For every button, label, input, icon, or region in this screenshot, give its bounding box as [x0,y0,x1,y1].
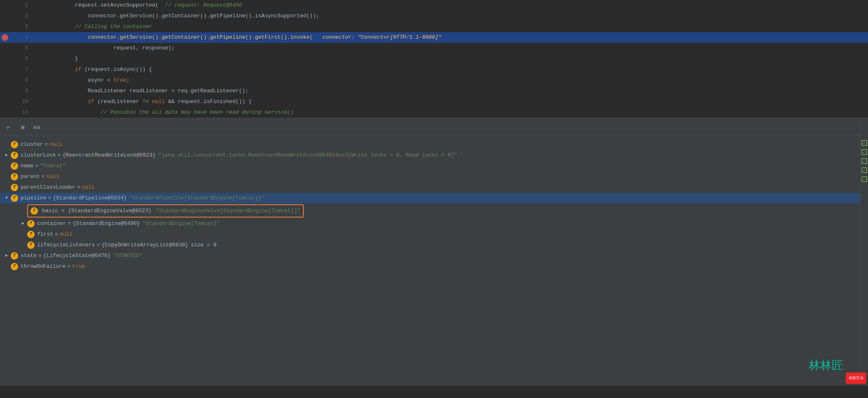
expand-clusterlock[interactable] [3,152,10,159]
var-item-name[interactable]: f name = "Tomcat" [0,161,868,171]
field-icon: f [11,152,18,159]
code-content: connector.getService().getContainer().ge… [33,11,868,21]
field-icon: f [11,141,18,148]
gutter-check-2 [861,149,867,155]
var-ref: {LifecycleState@6476} [43,251,111,261]
field-icon: f [27,220,35,227]
code-content: if (request.isAsync()) { [33,64,868,75]
toolbar-list-button[interactable]: ≡≡ [31,122,42,133]
code-content: request.setAsyncSupported( // request: R… [33,0,868,11]
bottom-icon-text: 创新互动 [849,376,863,381]
field-icon: f [11,263,18,270]
var-value: null [47,171,59,182]
expand-state[interactable] [3,253,10,259]
var-item-first[interactable]: f first = null [0,229,868,240]
code-lines: 1 request.setAsyncSupported( // request:… [0,0,868,118]
code-line: 5 request, response); [0,43,868,54]
watermark: 林林匠 [809,358,843,373]
expand-container[interactable] [20,220,26,227]
var-name: parentClassLoader [21,182,75,193]
var-value: "StandardPipeline[StandardEngine[Tomcat]… [129,193,265,204]
var-ref: {StandardPipeline@6824} [53,193,127,204]
code-line: 7 if (request.isAsync()) { [0,64,868,75]
var-value: "java.util.concurrent.locks.ReentrantRea… [158,150,457,161]
expand-pipeline[interactable] [3,195,10,201]
var-ref: {CopyOnWriteArrayList@6838} [101,240,188,251]
var-name: parent [21,171,40,182]
debug-toolbar: ⌐ ⊞ ≡≡ [0,119,868,136]
var-item-throwonfailure[interactable]: f throwOnFailure = true [0,261,868,272]
code-line: 11 // Possible the all data may have bee… [0,107,868,118]
code-line: 9 ReadListener readListener = req.getRea… [0,86,868,96]
code-line: 8 async = true; [0,75,868,86]
line-number: 6 [0,54,33,64]
field-icon: f [11,173,18,180]
var-value: "StandardEngineValve[StandardEngine[Tomc… [156,206,300,216]
code-content: // Possible the all data may have been r… [33,107,868,118]
var-item-container[interactable]: f container = {StandardEngine@6490} "Sta… [0,218,868,229]
field-icon: f [11,184,18,191]
field-icon: f [30,207,38,215]
var-item-parent[interactable]: f parent = null [0,171,868,182]
var-value: null [82,182,94,193]
var-name: state [21,251,37,261]
var-name: basic [42,206,58,216]
var-name: pipeline [21,193,46,204]
var-value: "StandardEngine[Tomcat]" [143,218,220,229]
var-ref: {StandardEngineValve@6523} [68,206,152,216]
var-name: cluster [21,139,43,150]
breakpoint-dot [2,34,8,41]
var-name: first [37,229,53,240]
line-number: 9 [0,86,33,96]
variables-list: f cluster = null f clusterLock = {Reentr… [0,136,868,386]
var-item-pipeline[interactable]: f pipeline = {StandardPipeline@6824} "St… [0,193,868,204]
debug-section: ⌐ ⊞ ≡≡ f cluster = null f clusterLock = … [0,119,868,386]
var-item-cluster[interactable]: f cluster = null [0,139,868,150]
line-number: 4 [0,32,33,43]
var-value: null [49,139,62,150]
line-number: 3 [0,21,33,32]
var-value: "STARTED" [113,251,142,261]
var-item-lifecyclelisteners[interactable]: f lifecycleListeners = {CopyOnWriteArray… [0,240,868,251]
code-line: 3 // Calling the container [0,21,868,32]
line-number: 11 [0,107,33,118]
code-line: 6 } [0,54,868,64]
code-content: async = true; [33,75,868,86]
code-content: } [33,54,868,64]
field-icon: f [11,162,18,170]
var-name: container [37,218,66,229]
field-icon: f [27,241,35,249]
line-number: 7 [0,64,33,75]
code-line: 1 request.setAsyncSupported( // request:… [0,0,868,11]
var-value: size = 0 [191,240,216,251]
gutter-check-5 [861,176,867,182]
var-value: "Tomcat" [40,161,66,171]
var-item-clusterlock[interactable]: f clusterLock = {ReentrantReadWriteLock@… [0,150,868,161]
toolbar-table-button[interactable]: ⊞ [17,122,28,133]
code-content: if (readListener != null && request.isFi… [33,96,868,107]
var-item-state[interactable]: f state = {LifecycleState@6476} "STARTED… [0,251,868,261]
line-number: 2 [0,11,33,21]
line-number: 8 [0,75,33,86]
var-item-basic[interactable]: f basic = {StandardEngineValve@6523} "St… [0,204,868,218]
var-ref: {StandardEngine@6490} [73,218,140,229]
code-content: connector.getService().getContainer().ge… [33,32,868,43]
var-value: null [60,229,73,240]
gutter-check-4 [861,167,867,173]
code-line: 10 if (readListener != null && request.i… [0,96,868,107]
line-number: 10 [0,96,33,107]
var-name: clusterLock [21,150,56,161]
var-item-parentclassloader[interactable]: f parentClassLoader = null [0,182,868,193]
code-content: // Calling the container [33,21,868,32]
line-number: 1 [0,0,33,11]
gutter-check-3 [861,158,867,164]
gutter-check-1 [861,140,867,146]
field-icon: f [11,194,18,202]
code-line: 2 connector.getService().getContainer().… [0,11,868,21]
var-name: lifecycleListeners [37,240,95,251]
toolbar-return-button[interactable]: ⌐ [3,122,14,133]
code-content: request, response); [33,43,868,54]
code-line-breakpoint: 4 connector.getService().getContainer().… [0,32,868,43]
var-value: true [72,261,85,272]
code-editor: 1 request.setAsyncSupported( // request:… [0,0,868,119]
